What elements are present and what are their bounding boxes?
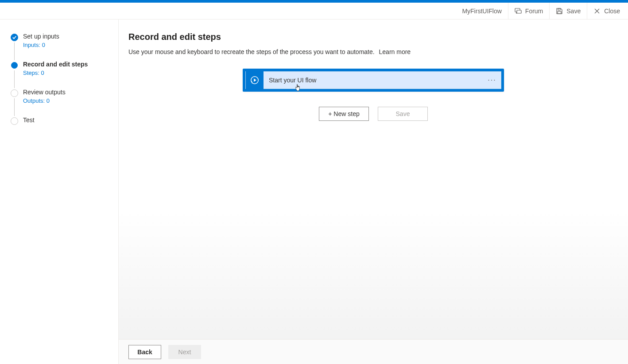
next-button[interactable]: Next <box>168 345 201 359</box>
play-record-icon <box>246 71 264 89</box>
close-icon <box>593 8 601 15</box>
check-icon <box>11 34 18 41</box>
wizard-step-record-edit[interactable]: Record and edit steps Steps: 0 <box>11 61 109 76</box>
current-step-icon <box>11 62 18 69</box>
step-title: Test <box>23 116 109 124</box>
forum-icon <box>515 8 522 15</box>
save-label: Save <box>566 8 581 15</box>
step-title: Record and edit steps <box>23 61 109 68</box>
step-subtext[interactable]: Steps: 0 <box>23 70 44 76</box>
forum-label: Forum <box>525 8 543 15</box>
flow-start-label: Start your UI flow <box>264 77 483 84</box>
forum-button[interactable]: Forum <box>508 3 549 19</box>
page-description-text: Use your mouse and keyboard to recreate … <box>128 48 375 55</box>
content-panel: Record and edit steps Use your mouse and… <box>119 19 628 364</box>
back-button[interactable]: Back <box>128 345 161 359</box>
action-row: + New step Save <box>128 107 618 121</box>
flow-start-card[interactable]: Start your UI flow ··· <box>243 69 504 92</box>
save-button[interactable]: Save <box>549 3 587 19</box>
svg-rect-1 <box>517 10 521 13</box>
pending-step-icon <box>11 89 18 97</box>
svg-marker-7 <box>254 78 256 81</box>
wizard-step-test[interactable]: Test <box>11 116 109 124</box>
new-step-button[interactable]: + New step <box>319 107 369 121</box>
save-icon <box>556 8 563 15</box>
save-flow-button[interactable]: Save <box>378 107 428 121</box>
wizard-step-setup-inputs[interactable]: Set up inputs Inputs: 0 <box>11 33 109 48</box>
wizard-step-review-outputs[interactable]: Review outputs Outputs: 0 <box>11 89 109 104</box>
step-title: Review outputs <box>23 89 109 96</box>
pending-step-icon <box>11 117 18 125</box>
cursor-pointer-icon <box>295 83 302 92</box>
svg-rect-3 <box>558 12 561 14</box>
wizard-sidebar: Set up inputs Inputs: 0 Record and edit … <box>0 19 119 364</box>
step-title: Set up inputs <box>23 33 109 40</box>
close-button[interactable]: Close <box>587 3 626 19</box>
flow-name-label: MyFirstUIFlow <box>456 3 508 19</box>
page-title: Record and edit steps <box>128 32 618 42</box>
wizard-footer: Back Next <box>119 339 628 364</box>
learn-more-link[interactable]: Learn more <box>379 48 411 55</box>
svg-rect-2 <box>558 8 560 10</box>
close-label: Close <box>604 8 620 15</box>
main-area: Set up inputs Inputs: 0 Record and edit … <box>0 19 628 364</box>
card-overflow-menu[interactable]: ··· <box>483 77 501 84</box>
ellipsis-icon: ··· <box>488 77 496 84</box>
header-bar: MyFirstUIFlow Forum Save Close <box>0 3 628 19</box>
step-subtext[interactable]: Inputs: 0 <box>23 42 45 48</box>
step-subtext[interactable]: Outputs: 0 <box>23 97 50 104</box>
page-description: Use your mouse and keyboard to recreate … <box>128 48 618 55</box>
